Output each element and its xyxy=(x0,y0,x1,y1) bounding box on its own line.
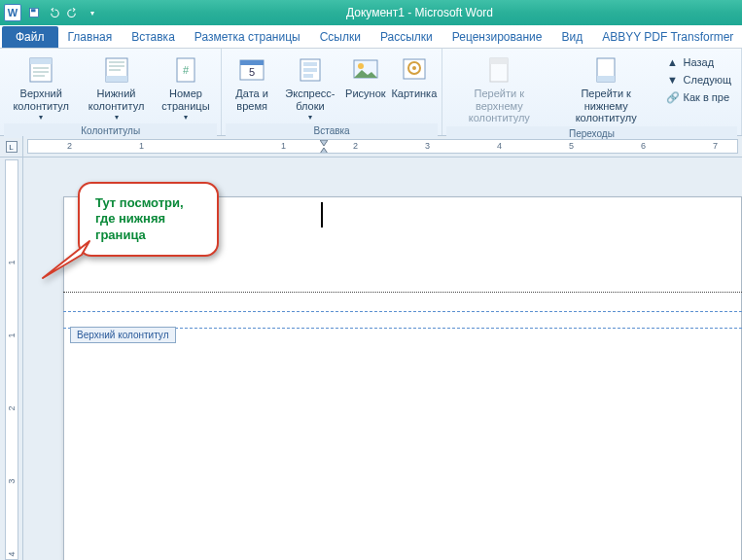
picture-label: Рисунок xyxy=(345,88,386,100)
clipart-icon xyxy=(399,54,430,86)
tab-page-layout[interactable]: Разметка страницы xyxy=(185,26,310,48)
date-time-button[interactable]: 5 Дата и время xyxy=(226,52,278,114)
arrow-down-icon: ▼ xyxy=(666,73,680,87)
undo-icon[interactable] xyxy=(45,4,62,21)
callout-tail-icon xyxy=(41,233,99,280)
page-number-label: Номер страницы xyxy=(159,88,214,112)
vruler-num: 1 xyxy=(7,332,17,337)
tab-review[interactable]: Рецензирование xyxy=(442,26,552,48)
ruler-area: L 2 1 1 2 3 4 5 6 7 xyxy=(0,136,742,158)
nav-back-label: Назад xyxy=(684,56,715,68)
date-time-label: Дата и время xyxy=(230,88,274,112)
ruler-num: 2 xyxy=(67,141,72,151)
picture-icon xyxy=(350,54,381,86)
quick-access-toolbar: ▾ xyxy=(25,4,101,21)
tab-mailings[interactable]: Рассылки xyxy=(371,26,442,48)
clipart-label: Картинка xyxy=(391,88,437,100)
svg-rect-19 xyxy=(303,68,317,72)
chevron-down-icon: ▾ xyxy=(184,113,188,122)
document-title: Документ1 - Microsoft Word xyxy=(101,6,738,19)
vruler-num: 2 xyxy=(7,405,17,410)
header-label: Верхний колонтитул xyxy=(8,88,74,112)
svg-text:#: # xyxy=(183,64,190,76)
footer-icon xyxy=(101,54,132,86)
ruler-num: 5 xyxy=(569,141,574,151)
link-prev-button[interactable]: 🔗Как в пре xyxy=(662,89,735,105)
ruler-num: 6 xyxy=(641,141,646,151)
link-icon: 🔗 xyxy=(666,90,680,104)
workspace: 1 1 2 3 4 Верхний колонтитул Тут посмотр… xyxy=(0,158,742,560)
group-insert: 5 Дата и время Экспресс-блоки ▾ Рисунок … xyxy=(222,49,442,135)
calendar-icon: 5 xyxy=(236,54,267,86)
svg-rect-29 xyxy=(597,76,615,82)
redo-icon[interactable] xyxy=(64,4,82,21)
svg-rect-15 xyxy=(240,60,264,65)
chevron-down-icon: ▾ xyxy=(115,113,119,122)
svg-rect-27 xyxy=(490,58,508,64)
ribbon: Верхний колонтитул ▾ Нижний колонтитул ▾… xyxy=(0,49,742,136)
svg-marker-30 xyxy=(320,140,328,146)
svg-text:5: 5 xyxy=(249,66,255,78)
app-icon: W xyxy=(4,4,21,21)
horizontal-ruler[interactable]: 2 1 1 2 3 4 5 6 7 xyxy=(27,139,738,154)
svg-point-22 xyxy=(358,63,364,69)
nav-back-button[interactable]: ▲Назад xyxy=(662,54,735,70)
nav-next-label: Следующ xyxy=(684,74,731,86)
svg-rect-8 xyxy=(106,76,127,82)
svg-rect-3 xyxy=(30,58,52,64)
vruler-num: 1 xyxy=(7,260,17,264)
ruler-num: 3 xyxy=(425,141,430,151)
chevron-down-icon: ▾ xyxy=(308,113,312,122)
vertical-ruler[interactable]: 1 1 2 3 4 xyxy=(0,158,23,560)
tab-home[interactable]: Главная xyxy=(58,26,123,48)
ruler-num: 1 xyxy=(281,141,286,151)
ribbon-tabs: Файл Главная Вставка Разметка страницы С… xyxy=(0,25,742,49)
ruler-num: 1 xyxy=(139,141,144,151)
quick-parts-icon xyxy=(295,54,326,86)
tab-abbyy[interactable]: ABBYY PDF Transformer xyxy=(592,26,742,48)
page-number-button[interactable]: # Номер страницы ▾ xyxy=(155,52,218,123)
ruler-num: 4 xyxy=(497,141,502,151)
tab-references[interactable]: Ссылки xyxy=(310,26,371,48)
ruler-num: 2 xyxy=(353,141,358,151)
footer-button[interactable]: Нижний колонтитул ▾ xyxy=(80,52,152,123)
text-cursor xyxy=(321,202,323,228)
annotation-callout: Тут посмотри, где нижняя граница xyxy=(78,182,219,257)
arrow-up-icon: ▲ xyxy=(666,55,680,69)
quick-parts-button[interactable]: Экспресс-блоки ▾ xyxy=(280,52,340,123)
svg-marker-31 xyxy=(320,148,328,154)
goto-header-button: Перейти к верхнему колонтитулу xyxy=(446,52,552,126)
svg-rect-18 xyxy=(303,62,317,66)
tab-insert[interactable]: Вставка xyxy=(122,26,185,48)
tab-view[interactable]: Вид xyxy=(551,26,592,48)
group-label: Колонтитулы xyxy=(4,123,217,138)
vruler-num: 3 xyxy=(7,478,17,483)
section-separator xyxy=(63,292,742,293)
page-number-icon: # xyxy=(170,54,201,86)
link-prev-label: Как в пре xyxy=(684,91,730,103)
quick-parts-label: Экспресс-блоки xyxy=(284,88,336,112)
title-bar: W ▾ Документ1 - Microsoft Word xyxy=(0,0,742,25)
goto-footer-button[interactable]: Перейти к нижнему колонтитулу xyxy=(554,52,658,126)
group-navigation: Перейти к верхнему колонтитулу Перейти к… xyxy=(442,49,742,135)
goto-header-label: Перейти к верхнему колонтитулу xyxy=(450,88,548,124)
header-icon xyxy=(25,54,56,86)
goto-footer-icon xyxy=(590,54,621,86)
group-label: Вставка xyxy=(226,123,438,138)
picture-button[interactable]: Рисунок xyxy=(342,52,389,102)
group-headers-footers: Верхний колонтитул ▾ Нижний колонтитул ▾… xyxy=(0,49,222,135)
chevron-down-icon: ▾ xyxy=(39,113,43,122)
tab-file[interactable]: Файл xyxy=(2,26,58,48)
ruler-num: 7 xyxy=(713,141,718,151)
header-button[interactable]: Верхний колонтитул ▾ xyxy=(4,52,78,123)
vruler-num: 4 xyxy=(7,551,17,556)
first-line-indent-icon[interactable] xyxy=(320,140,328,154)
callout-text: Тут посмотри, где нижняя граница xyxy=(95,195,184,242)
qat-dropdown-icon[interactable]: ▾ xyxy=(84,4,101,21)
save-icon[interactable] xyxy=(25,4,43,21)
clipart-button[interactable]: Картинка xyxy=(391,52,438,102)
goto-footer-label: Перейти к нижнему колонтитулу xyxy=(558,88,654,124)
ruler-corner[interactable]: L xyxy=(0,136,23,158)
footer-label: Нижний колонтитул xyxy=(84,88,148,112)
nav-next-button[interactable]: ▼Следующ xyxy=(662,72,735,88)
